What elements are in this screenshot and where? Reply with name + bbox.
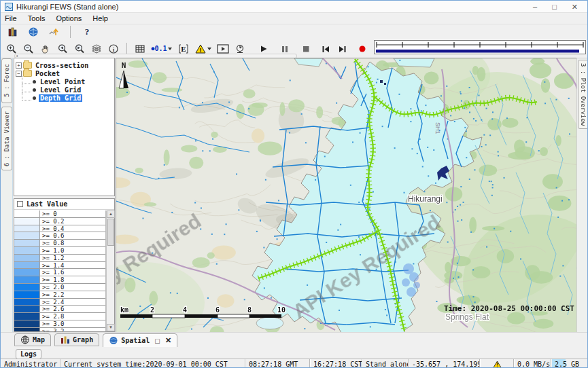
last-value-checkbox[interactable] xyxy=(17,201,23,207)
layer-tree: + Cross-section − Pocket Level Point xyxy=(14,58,115,196)
legend-row[interactable]: >= 3.0 xyxy=(14,320,105,328)
tree-item-depth-grid[interactable]: Depth Grid xyxy=(16,94,113,102)
tab-graph[interactable]: Graph xyxy=(54,333,99,346)
legend-label: >= 1.6 xyxy=(40,269,105,276)
status-local-time: 16:27:18 CST xyxy=(310,359,362,368)
tab-data-viewer[interactable]: 6 : Data Viewer xyxy=(1,107,12,170)
legend-row[interactable]: >= 0 xyxy=(14,210,105,218)
legend-row[interactable]: >= 1.8 xyxy=(14,276,105,284)
legend-row[interactable]: >= 2.6 xyxy=(14,306,105,313)
warning-icon: ! xyxy=(195,43,206,54)
legend-row[interactable]: >= 1.4 xyxy=(14,262,105,270)
legend-row[interactable]: >= 2.2 xyxy=(14,291,105,299)
close-button[interactable]: ✕ xyxy=(572,1,578,12)
tree-label-selected[interactable]: Depth Grid xyxy=(39,94,82,102)
expand-icon[interactable]: + xyxy=(16,62,22,69)
step-first-button[interactable] xyxy=(319,42,332,56)
toolbar-separator xyxy=(70,26,71,38)
scale-unit: km xyxy=(120,306,128,314)
map-globe-icon[interactable] xyxy=(27,25,40,39)
legend-swatch xyxy=(14,320,40,327)
legend-row[interactable]: >= 2.0 xyxy=(14,284,105,291)
map-canvas[interactable]: API Key Required API Key Required Hikura… xyxy=(116,58,576,332)
maximize-tab-icon[interactable]: □ xyxy=(155,337,160,345)
tab-forecasts[interactable]: 5 : Forec xyxy=(1,58,12,103)
contour-value-label: 0.1 xyxy=(154,45,167,52)
legend-swatch xyxy=(14,232,40,239)
tree-item-pocket[interactable]: − Pocket xyxy=(16,69,113,77)
window-title: Hikurangi FEWS (Stand alone) xyxy=(16,3,118,11)
svg-text:E: E xyxy=(181,45,186,53)
maximize-button[interactable]: □ xyxy=(552,1,557,12)
step-last-button[interactable] xyxy=(336,42,349,56)
status-coordinates: -35.657 , 174.199 xyxy=(409,359,480,368)
legend-swatch xyxy=(14,210,40,217)
status-system-time: Current system time:2020-09-01 00:00 CST xyxy=(60,359,245,368)
town-label: Hikurangi xyxy=(408,194,443,204)
record-button[interactable] xyxy=(356,42,369,56)
scroll-up-icon[interactable]: ▲ xyxy=(107,210,115,218)
stop-button[interactable] xyxy=(299,42,313,56)
legend-swatch xyxy=(14,269,40,276)
menu-options[interactable]: Options xyxy=(56,14,82,22)
bottom-tab-bar: Map Graph Spatial □ ✕ xyxy=(1,332,588,347)
tree-label[interactable]: Cross-section xyxy=(34,62,90,69)
status-mode: Stand alone xyxy=(362,359,409,368)
collapse-icon[interactable]: − xyxy=(16,71,22,77)
legend-label: >= 3.2 xyxy=(40,328,105,331)
timeline-slider[interactable] xyxy=(374,40,586,57)
menu-bar: File Tools Options Help xyxy=(1,13,587,24)
legend-row[interactable]: >= 0.8 xyxy=(14,240,105,247)
legend-swatch xyxy=(14,291,40,298)
scale-tick: 4 xyxy=(183,306,187,314)
tree-label[interactable]: Pocket xyxy=(34,70,61,77)
menu-file[interactable]: File xyxy=(5,14,17,22)
menu-help[interactable]: Help xyxy=(92,14,108,22)
status-bar: Administrator Current system time:2020-0… xyxy=(1,358,588,368)
legend-swatch xyxy=(14,299,40,306)
close-tab-icon[interactable]: ✕ xyxy=(165,336,171,345)
svg-text:!: ! xyxy=(496,363,499,368)
tab-plot-overview[interactable]: 3 : Plot Overview xyxy=(578,60,588,129)
tab-map[interactable]: Map xyxy=(14,333,51,346)
tab-spatial[interactable]: Spatial □ ✕ xyxy=(103,333,177,348)
folder-icon xyxy=(23,62,32,69)
status-warning-cell[interactable]: ! xyxy=(480,359,514,368)
road-label: SH1 xyxy=(434,122,441,134)
minimize-button[interactable]: – xyxy=(533,1,537,12)
legend-swatch xyxy=(14,313,40,320)
legend-scrollbar[interactable]: ▲ ▼ xyxy=(106,210,114,331)
legend-row[interactable]: >= 2.8 xyxy=(14,313,105,320)
legend-row[interactable]: >= 3.2 xyxy=(14,328,105,331)
bullet-icon xyxy=(33,88,36,92)
legend-row[interactable]: >= 2.4 xyxy=(14,299,105,306)
legend-label: >= 0.2 xyxy=(40,218,105,225)
left-panel: + Cross-section − Pocket Level Point xyxy=(13,58,116,332)
legend-list: >= 0>= 0.2>= 0.4>= 0.6>= 0.8>= 1.0>= 1.2… xyxy=(14,210,106,331)
logs-button[interactable]: Logs xyxy=(16,349,41,359)
status-memory: 2.5 GB xyxy=(551,359,588,368)
legend-swatch xyxy=(14,225,40,232)
legend-row[interactable]: >= 1.2 xyxy=(14,255,105,262)
scrollbar-thumb[interactable] xyxy=(107,219,114,246)
tree-label[interactable]: Level Point xyxy=(39,78,86,86)
legend-row[interactable]: >= 1.0 xyxy=(14,247,105,255)
legend-row[interactable]: >= 0.4 xyxy=(14,225,105,233)
help-icon[interactable]: ? xyxy=(80,25,94,39)
database-icon[interactable] xyxy=(6,25,20,39)
chevron-down-icon xyxy=(168,48,172,50)
profile-chart-icon[interactable] xyxy=(47,25,60,39)
legend-row[interactable]: >= 0.2 xyxy=(14,218,105,225)
legend-row[interactable]: >= 1.6 xyxy=(14,269,105,276)
legend-label: >= 2.4 xyxy=(40,299,105,306)
left-dock-strip: 5 : Forec 6 : Data Viewer xyxy=(1,58,13,332)
scroll-down-icon[interactable]: ▼ xyxy=(107,324,115,331)
legend-row[interactable]: >= 0.6 xyxy=(14,232,105,240)
app-icon xyxy=(5,3,13,11)
legend-header: Last Value xyxy=(14,199,114,210)
tree-label[interactable]: Level Grid xyxy=(39,86,82,94)
folder-icon xyxy=(23,70,32,77)
menu-tools[interactable]: Tools xyxy=(28,14,46,22)
area-label: Springs Flat xyxy=(445,312,489,322)
tree-item-cross-section[interactable]: + Cross-section xyxy=(16,61,113,69)
